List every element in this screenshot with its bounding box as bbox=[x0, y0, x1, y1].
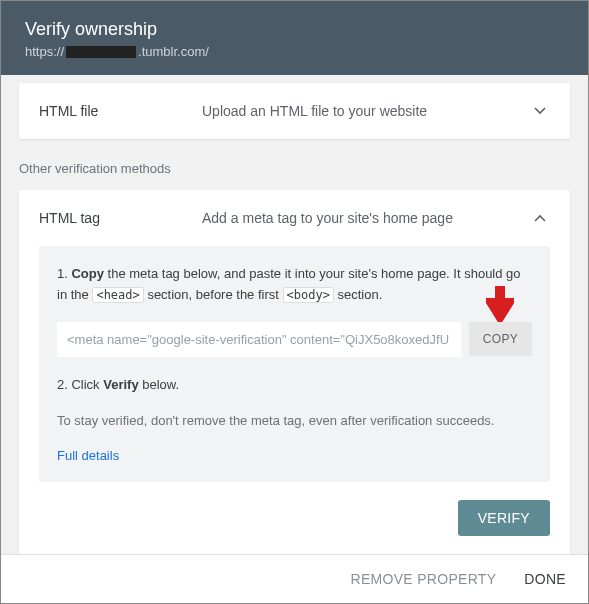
done-button[interactable]: DONE bbox=[524, 571, 566, 587]
other-methods-label: Other verification methods bbox=[19, 157, 570, 190]
url-suffix: .tumblr.com/ bbox=[138, 44, 209, 59]
head-tag: <head> bbox=[92, 287, 143, 303]
method-name: HTML tag bbox=[39, 210, 202, 226]
meta-tag-row: COPY bbox=[57, 322, 532, 357]
arrow-annotation-icon bbox=[486, 284, 514, 326]
verified-note: To stay verified, don't remove the meta … bbox=[57, 411, 532, 432]
remove-property-button[interactable]: REMOVE PROPERTY bbox=[351, 571, 497, 587]
method-desc: Add a meta tag to your site's home page bbox=[202, 210, 530, 226]
verify-dialog: Verify ownership https://.tumblr.com/ HT… bbox=[0, 0, 589, 604]
chevron-up-icon bbox=[530, 208, 550, 228]
chevron-down-icon bbox=[530, 101, 550, 121]
body-tag: <body> bbox=[283, 287, 334, 303]
full-details-link[interactable]: Full details bbox=[57, 448, 119, 463]
method-name: HTML file bbox=[39, 103, 202, 119]
html-tag-card: HTML tag Add a meta tag to your site's h… bbox=[19, 190, 570, 554]
step-2: 2. Click Verify below. bbox=[57, 375, 532, 396]
page-title: Verify ownership bbox=[25, 19, 564, 40]
property-url: https://.tumblr.com/ bbox=[25, 44, 564, 59]
verify-button[interactable]: VERIFY bbox=[458, 500, 550, 536]
copy-button[interactable]: COPY bbox=[469, 322, 532, 356]
step-1: 1. Copy the meta tag below, and paste it… bbox=[57, 264, 532, 306]
url-prefix: https:// bbox=[25, 44, 64, 59]
html-file-header[interactable]: HTML file Upload an HTML file to your we… bbox=[19, 83, 570, 139]
dialog-footer: REMOVE PROPERTY DONE bbox=[1, 554, 588, 603]
url-redacted bbox=[66, 46, 136, 58]
verify-row: VERIFY bbox=[19, 482, 570, 554]
method-desc: Upload an HTML file to your website bbox=[202, 103, 530, 119]
html-tag-header[interactable]: HTML tag Add a meta tag to your site's h… bbox=[19, 190, 570, 246]
meta-tag-field[interactable] bbox=[57, 322, 461, 357]
content-scroll[interactable]: HTML file Upload an HTML file to your we… bbox=[1, 75, 588, 554]
dialog-header: Verify ownership https://.tumblr.com/ bbox=[1, 1, 588, 75]
instructions: 1. Copy the meta tag below, and paste it… bbox=[39, 246, 550, 482]
html-file-card: HTML file Upload an HTML file to your we… bbox=[19, 83, 570, 139]
